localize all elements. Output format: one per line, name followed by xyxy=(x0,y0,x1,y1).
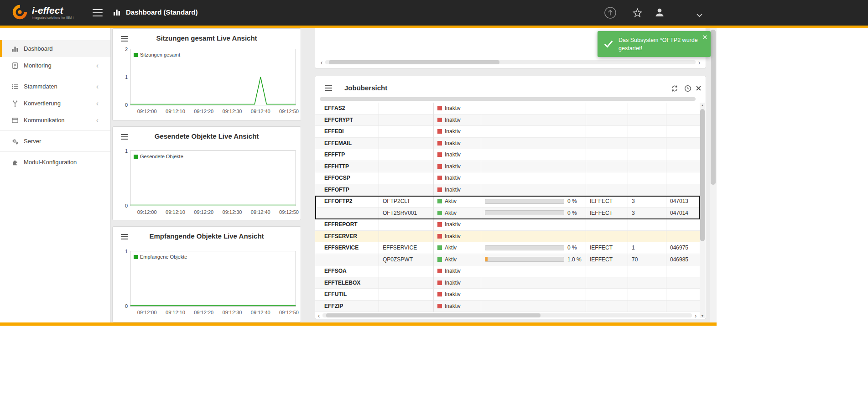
y-axis-tick: 1 xyxy=(117,249,128,254)
scroll-right-arrow-icon[interactable]: › xyxy=(693,313,698,318)
cell-jobname xyxy=(379,126,434,138)
scrollbar-thumb[interactable] xyxy=(711,30,716,185)
scroll-right-arrow-icon[interactable]: › xyxy=(696,60,702,65)
table-top-scrollbar[interactable] xyxy=(320,97,696,101)
cell-subsystem: EFFCRYPT xyxy=(315,114,379,126)
x-axis-tick: 09:12:00 xyxy=(137,310,157,315)
cell-user xyxy=(586,184,628,196)
cell-status: Inaktiv xyxy=(434,277,481,289)
sidebar-item-label: Modul-Konfiguration xyxy=(24,159,77,166)
sidebar-item-stammdaten[interactable]: Stammdaten‹ xyxy=(0,78,110,95)
scrollbar-track[interactable] xyxy=(322,313,692,317)
cell-jobnumber: 046985 xyxy=(666,254,700,266)
job-row-effoftp2[interactable]: EFFOFTP2OFTP2CLTAktiv0 %IEFFECT3047013 xyxy=(315,196,700,208)
cell-jobcount: 1 xyxy=(628,242,666,254)
job-row-effhttp[interactable]: EFFHTTPInaktiv xyxy=(315,161,700,173)
cell-jobname xyxy=(379,265,434,277)
cell-status: Inaktiv xyxy=(434,161,481,173)
scroll-down-arrow-icon[interactable]: ▼ xyxy=(700,314,705,317)
status-square xyxy=(437,211,442,215)
job-row-qp0zspwt[interactable]: QP0ZSPWTAktiv1.0 %IEFFECT70046985 xyxy=(315,254,700,266)
star-favorites-icon[interactable] xyxy=(633,8,642,19)
status-label: Inaktiv xyxy=(445,280,461,286)
cell-jobname xyxy=(379,103,434,114)
table-vertical-scrollbar[interactable]: ▲ ▼ xyxy=(700,103,705,318)
job-row-effreport[interactable]: EFFREPORTInaktiv xyxy=(315,219,700,231)
sidebar-item-label: Stammdaten xyxy=(24,83,57,90)
line-chart-sent-objects: Gesendete Objekte 1009:12:0009:12:1009:1… xyxy=(130,151,296,206)
scroll-left-arrow-icon[interactable]: ‹ xyxy=(316,313,322,318)
cell-subsystem: EFFEMAIL xyxy=(315,138,379,150)
x-axis-tick: 09:12:10 xyxy=(166,209,185,215)
job-row-effftp[interactable]: EFFFTPInaktiv xyxy=(315,149,700,161)
x-axis-tick: 09:12:40 xyxy=(251,209,270,215)
chevron-down-icon[interactable] xyxy=(696,11,702,19)
sidebar-item-monitoring[interactable]: Monitoring‹ xyxy=(0,57,110,74)
scrollbar-track[interactable] xyxy=(325,60,696,64)
status-label: Inaktiv xyxy=(445,175,461,181)
job-table: EFFAS2InaktivEFFCRYPTInaktivEFFEDIInakti… xyxy=(315,103,700,312)
cell-jobnumber xyxy=(666,161,700,173)
scroll-up-arrow-icon[interactable]: ▲ xyxy=(700,104,705,107)
panel-close-icon[interactable] xyxy=(696,85,702,93)
chart-bars-icon xyxy=(11,45,19,52)
cell-jobnumber xyxy=(666,184,700,196)
circle-arrow-up-icon[interactable] xyxy=(604,6,617,21)
page-vertical-scrollbar[interactable] xyxy=(710,28,717,322)
job-row-effserver[interactable]: EFFSERVERInaktiv xyxy=(315,231,700,243)
cell-user xyxy=(586,219,628,231)
i-effect-logo[interactable]: i-effect integrated solutions for IBM i xyxy=(11,4,73,21)
job-row-effsoa[interactable]: EFFSOAInaktiv xyxy=(315,265,700,277)
job-row-effservice[interactable]: EFFSERVICEEFFSERVICEAktiv0 %IEFFECT10469… xyxy=(315,242,700,254)
check-icon xyxy=(603,39,613,51)
status-square xyxy=(437,118,442,122)
cell-user xyxy=(586,172,628,184)
cell-progress xyxy=(481,265,586,277)
scrollbar-thumb[interactable] xyxy=(326,313,541,317)
x-axis-tick: 09:12:10 xyxy=(166,310,185,315)
status-label: Inaktiv xyxy=(445,221,461,228)
scroll-left-arrow-icon[interactable]: ‹ xyxy=(319,60,324,65)
cell-status: Inaktiv xyxy=(434,138,481,150)
cell-jobnumber xyxy=(666,138,700,150)
user-account-icon[interactable] xyxy=(654,7,665,20)
job-row-effocsp[interactable]: EFFOCSPInaktiv xyxy=(315,172,700,184)
cell-jobname: OFTP2CLT xyxy=(379,196,434,208)
cell-jobname: EFFSERVICE xyxy=(379,242,434,254)
legend-label: Sitzungen gesamt xyxy=(140,52,180,57)
toast-close-icon[interactable] xyxy=(702,33,707,42)
sidebar-item-modul-konfiguration[interactable]: Modul-Konfiguration xyxy=(0,154,110,171)
status-square xyxy=(437,245,442,250)
sidebar-item-konvertierung[interactable]: Konvertierung‹ xyxy=(0,95,110,112)
job-row-effedi[interactable]: EFFEDIInaktiv xyxy=(315,126,700,138)
chart-line-svg xyxy=(130,251,296,306)
cell-jobcount xyxy=(628,265,666,277)
job-row-efftelebox[interactable]: EFFTELEBOXInaktiv xyxy=(315,277,700,289)
job-row-effoftp[interactable]: EFFOFTPInaktiv xyxy=(315,184,700,196)
job-row-effutil[interactable]: EFFUTILInaktiv xyxy=(315,289,700,301)
list-icon xyxy=(11,83,19,90)
job-row-effcrypt[interactable]: EFFCRYPTInaktiv xyxy=(315,114,700,126)
cell-status: Aktiv xyxy=(434,254,481,266)
sidebar-toggle-hamburger-icon[interactable] xyxy=(93,9,103,17)
y-axis-tick: 1 xyxy=(117,148,128,154)
x-axis-tick: 09:12:30 xyxy=(223,310,242,315)
refresh-icon[interactable] xyxy=(671,85,678,94)
panel-menu-hamburger-icon[interactable] xyxy=(325,85,332,86)
sidebar-item-dashboard[interactable]: Dashboard xyxy=(0,40,110,57)
sidebar-item-kommunikation[interactable]: Kommunikation‹ xyxy=(0,112,110,129)
cell-jobname xyxy=(379,301,434,312)
cell-jobcount xyxy=(628,138,666,150)
scrollbar-thumb[interactable] xyxy=(329,60,499,64)
history-clock-icon[interactable] xyxy=(684,85,691,94)
job-row-effzip[interactable]: EFFZIPInaktiv xyxy=(315,301,700,312)
sidebar-item-server[interactable]: Server xyxy=(0,133,110,150)
status-label: Inaktiv xyxy=(445,233,461,239)
job-row-oft2srv001[interactable]: OFT2SRV001Aktiv0 %IEFFECT3047014 xyxy=(315,208,700,219)
scrollbar-thumb[interactable] xyxy=(700,109,705,241)
job-row-effas2[interactable]: EFFAS2Inaktiv xyxy=(315,103,700,114)
sidebar-item-label: Dashboard xyxy=(24,45,53,52)
cell-subsystem: EFFAS2 xyxy=(315,103,379,114)
job-row-effemail[interactable]: EFFEMAILInaktiv xyxy=(315,138,700,150)
legend-color-square xyxy=(134,155,138,159)
